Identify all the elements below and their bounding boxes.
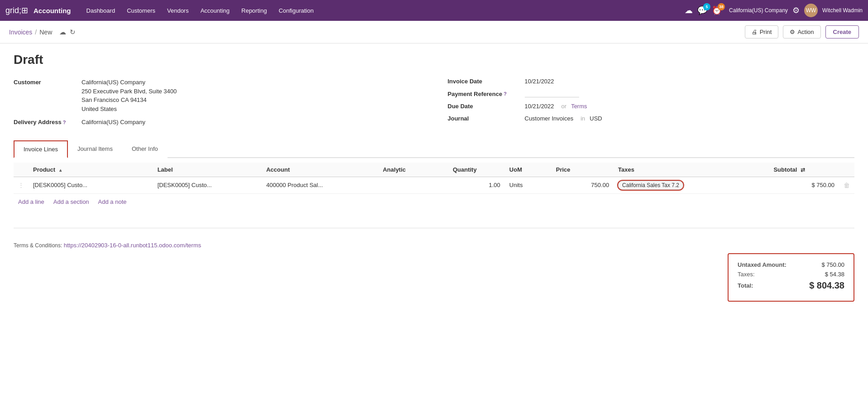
undo-icon[interactable]: ↻ [70,28,76,36]
customer-name[interactable]: California(US) Company [82,78,177,87]
top-nav: grid;⊞ Accounting Dashboard Customers Ve… [0,0,868,21]
taxes-row: Taxes: $ 54.38 [738,271,844,278]
app-name: Accounting [34,7,71,14]
nav-vendors[interactable]: Vendors [162,5,194,17]
reorder-icon[interactable]: ⇄ [801,167,805,173]
table-row: ⋮ [DESK0005] Custo... [DESK0005] Custo..… [14,177,854,193]
action-button[interactable]: ⚙ Action [783,25,820,38]
nav-items: Dashboard Customers Vendors Accounting R… [81,5,683,17]
right-form-col: Invoice Date 10/21/2022 Payment Referenc… [448,78,855,131]
cell-taxes[interactable]: California Sales Tax 7.2 [614,177,769,193]
due-date-label: Due Date [448,103,520,110]
cell-product[interactable]: [DESK0005] Custo... [29,177,153,193]
journal-in: in [580,115,585,122]
payment-ref-value[interactable] [525,90,579,97]
nav-reporting[interactable]: Reporting [236,5,272,17]
total-row: Total: $ 804.38 [738,280,844,291]
total-value: $ 804.38 [809,280,844,291]
customer-value: California(US) Company 250 Executive Par… [82,78,177,113]
tab-other-info[interactable]: Other Info [122,140,168,158]
total-label: Total: [738,282,753,289]
customer-country: United States [82,105,177,114]
activity-badge: 38 [718,3,725,10]
journal-label: Journal [448,115,520,122]
nav-dashboard[interactable]: Dashboard [81,5,121,17]
delivery-label: Delivery Address ? [14,118,77,125]
draft-status: Draft [14,53,854,67]
customer-label: Customer [14,78,77,86]
add-note-link[interactable]: Add a note [98,198,127,205]
breadcrumb-invoices[interactable]: Invoices [9,29,32,36]
cell-label[interactable]: [DESK0005] Custo... [153,177,262,193]
nav-accounting[interactable]: Accounting [195,5,235,17]
main-content: Draft Customer California(US) Company 25… [0,43,868,409]
col-header-uom: UoM [505,163,551,177]
journal-value[interactable]: Customer Invoices [525,115,574,122]
col-header-account: Account [262,163,378,177]
terms-link[interactable]: Terms [571,103,587,110]
form-fields: Customer California(US) Company 250 Exec… [14,78,854,131]
left-form-col: Customer California(US) Company 250 Exec… [14,78,421,131]
breadcrumb-separator: / [35,29,37,36]
cloud-icon[interactable]: ☁ [685,5,693,15]
terms-label: Terms & Conditions: [14,242,62,249]
invoice-date-value[interactable]: 10/21/2022 [525,78,554,85]
invoice-date-label: Invoice Date [448,78,520,85]
col-header-taxes: Taxes [614,163,769,177]
untaxed-label: Untaxed Amount: [738,261,786,268]
print-button[interactable]: 🖨 Print [745,25,779,38]
terms-url[interactable]: https://20402903-16-0-all.runbot115.odoo… [64,242,201,249]
untaxed-value: $ 750.00 [821,261,844,268]
delivery-value[interactable]: California(US) Company [82,118,145,127]
cell-quantity[interactable]: 1.00 [448,177,505,193]
table-header-row: Product ▲ Label Account Analytic Quantit… [14,163,854,177]
payment-ref-label: Payment Reference ? [448,91,520,97]
col-header-price: Price [551,163,614,177]
cell-subtotal: $ 750.00 [769,177,839,193]
breadcrumb-current: New [39,29,52,36]
add-line-link[interactable]: Add a line [18,198,44,205]
create-button[interactable]: Create [825,25,859,38]
payment-ref-row: Payment Reference ? [448,90,855,97]
print-icon: 🖨 [752,29,758,35]
activity-icon[interactable]: ⏰ 38 [712,5,722,15]
taxes-label: Taxes: [738,271,755,278]
breadcrumb-icons: ☁ ↻ [59,28,76,36]
breadcrumb-actions: 🖨 Print ⚙ Action Create [745,25,859,38]
cell-uom[interactable]: Units [505,177,551,193]
payment-ref-help-icon[interactable]: ? [504,91,507,96]
chat-icon[interactable]: 💬 5 [697,5,707,15]
settings-icon[interactable]: ⚙ [792,5,800,15]
delivery-help-icon[interactable]: ? [63,120,66,125]
cell-price[interactable]: 750.00 [551,177,614,193]
tax-badge[interactable]: California Sales Tax 7.2 [618,181,683,190]
cloud-save-icon[interactable]: ☁ [59,28,66,36]
grid-icon[interactable]: grid;⊞ [5,5,28,15]
nav-customers[interactable]: Customers [121,5,161,17]
col-header-label: Label [153,163,262,177]
tabs-bar: Invoice Lines Journal Items Other Info [14,140,854,158]
tab-journal-items[interactable]: Journal Items [68,140,122,158]
nav-configuration[interactable]: Configuration [273,5,319,17]
cell-account[interactable]: 400000 Product Sal... [262,177,378,193]
avatar[interactable]: WW [804,4,818,17]
sort-icon[interactable]: ▲ [58,168,63,173]
gear-icon: ⚙ [790,29,795,35]
cell-analytic[interactable] [378,177,448,193]
breadcrumb-bar: Invoices / New ☁ ↻ 🖨 Print ⚙ Action Crea… [0,21,868,43]
delete-row-button[interactable]: 🗑 [844,182,850,189]
customer-address: 250 Executive Park Blvd, Suite 3400 [82,87,177,96]
due-date-or: or [561,103,567,110]
totals-box: Untaxed Amount: $ 750.00 Taxes: $ 54.38 … [728,253,854,302]
due-date-value[interactable]: 10/21/2022 [525,103,554,110]
add-section-link[interactable]: Add a section [53,198,89,205]
company-name: California(US) Company [729,7,788,14]
col-header-analytic: Analytic [378,163,448,177]
breadcrumb: Invoices / New ☁ ↻ [9,28,745,36]
untaxed-row: Untaxed Amount: $ 750.00 [738,261,844,268]
customer-city: San Francisco CA 94134 [82,96,177,105]
journal-row: Journal Customer Invoices in USD [448,115,855,122]
tab-invoice-lines[interactable]: Invoice Lines [14,140,68,158]
drag-handle[interactable]: ⋮ [18,182,24,188]
col-header-product: Product ▲ [29,163,153,177]
